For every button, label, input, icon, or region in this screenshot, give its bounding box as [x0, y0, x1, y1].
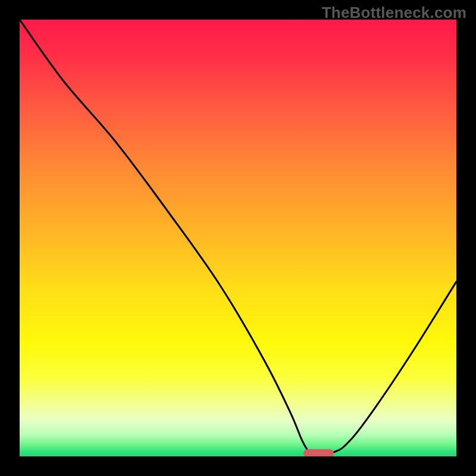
plot-area	[20, 20, 456, 456]
chart-frame: TheBottleneck.com	[0, 0, 476, 476]
bottleneck-curve	[20, 20, 456, 456]
curve-path	[20, 20, 456, 453]
optimal-range-marker	[303, 449, 334, 456]
